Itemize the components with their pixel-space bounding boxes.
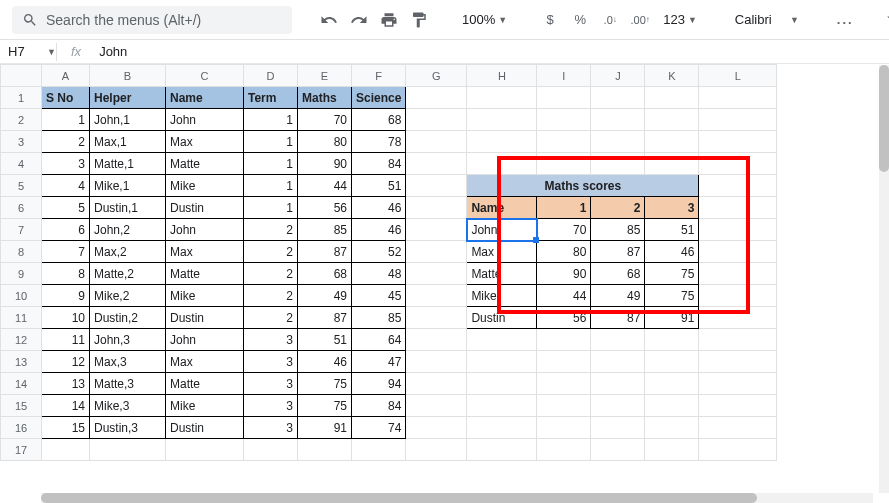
- cell-F4[interactable]: 84: [352, 153, 406, 175]
- cell-E6[interactable]: 56: [298, 197, 352, 219]
- cell-C12[interactable]: John: [166, 329, 244, 351]
- cell-J13[interactable]: [591, 351, 645, 373]
- cell-F11[interactable]: 85: [352, 307, 406, 329]
- cell-C11[interactable]: Dustin: [166, 307, 244, 329]
- cell-J3[interactable]: [591, 131, 645, 153]
- cell-L14[interactable]: [699, 373, 777, 395]
- row-header-7[interactable]: 7: [1, 219, 42, 241]
- col-header-H[interactable]: H: [467, 65, 537, 87]
- cell-L7[interactable]: [699, 219, 777, 241]
- cell-J9[interactable]: 68: [591, 263, 645, 285]
- row-header-12[interactable]: 12: [1, 329, 42, 351]
- cell-L9[interactable]: [699, 263, 777, 285]
- row-header-16[interactable]: 16: [1, 417, 42, 439]
- cell-C8[interactable]: Max: [166, 241, 244, 263]
- col-header-A[interactable]: A: [42, 65, 90, 87]
- cell-L15[interactable]: [699, 395, 777, 417]
- cell-I4[interactable]: [537, 153, 591, 175]
- cell-A12[interactable]: 11: [42, 329, 90, 351]
- cell-G7[interactable]: [406, 219, 467, 241]
- cell-J7[interactable]: 85: [591, 219, 645, 241]
- cell-C9[interactable]: Matte: [166, 263, 244, 285]
- cell-G9[interactable]: [406, 263, 467, 285]
- vertical-scrollbar[interactable]: [879, 65, 889, 493]
- cell-A10[interactable]: 9: [42, 285, 90, 307]
- more-tools-button[interactable]: ...: [831, 12, 860, 27]
- cell-J11[interactable]: 87: [591, 307, 645, 329]
- cell-F8[interactable]: 52: [352, 241, 406, 263]
- cell-A15[interactable]: 14: [42, 395, 90, 417]
- cell-I16[interactable]: [537, 417, 591, 439]
- row-header-5[interactable]: 5: [1, 175, 42, 197]
- cell-K8[interactable]: 46: [645, 241, 699, 263]
- zoom-select[interactable]: 100%▼: [456, 12, 513, 27]
- cell-D1[interactable]: Term: [244, 87, 298, 109]
- cell-H11[interactable]: Dustin: [467, 307, 537, 329]
- row-header-15[interactable]: 15: [1, 395, 42, 417]
- cell-A6[interactable]: 5: [42, 197, 90, 219]
- cell-D2[interactable]: 1: [244, 109, 298, 131]
- cell-I6[interactable]: 1: [537, 197, 591, 219]
- cell-L1[interactable]: [699, 87, 777, 109]
- cell-E13[interactable]: 46: [298, 351, 352, 373]
- cell-I8[interactable]: 80: [537, 241, 591, 263]
- cell-B16[interactable]: Dustin,3: [90, 417, 166, 439]
- cell-A2[interactable]: 1: [42, 109, 90, 131]
- cell-G2[interactable]: [406, 109, 467, 131]
- cell-F13[interactable]: 47: [352, 351, 406, 373]
- cell-K1[interactable]: [645, 87, 699, 109]
- cell-K4[interactable]: [645, 153, 699, 175]
- more-formats-button[interactable]: 123▼: [657, 12, 703, 27]
- cell-K9[interactable]: 75: [645, 263, 699, 285]
- col-header-E[interactable]: E: [298, 65, 352, 87]
- cell-F2[interactable]: 68: [352, 109, 406, 131]
- formula-input[interactable]: John: [95, 44, 127, 59]
- cell-H13[interactable]: [467, 351, 537, 373]
- cell-D15[interactable]: 3: [244, 395, 298, 417]
- row-header-14[interactable]: 14: [1, 373, 42, 395]
- cell-B11[interactable]: Dustin,2: [90, 307, 166, 329]
- cell-J6[interactable]: 2: [591, 197, 645, 219]
- cell-H9[interactable]: Matte: [467, 263, 537, 285]
- cell-J1[interactable]: [591, 87, 645, 109]
- cell-A4[interactable]: 3: [42, 153, 90, 175]
- cell-E16[interactable]: 91: [298, 417, 352, 439]
- cell-F17[interactable]: [352, 439, 406, 461]
- cell-K7[interactable]: 51: [645, 219, 699, 241]
- format-percent-button[interactable]: %: [567, 7, 593, 33]
- cell-J15[interactable]: [591, 395, 645, 417]
- cell-G3[interactable]: [406, 131, 467, 153]
- cell-B10[interactable]: Mike,2: [90, 285, 166, 307]
- cell-I12[interactable]: [537, 329, 591, 351]
- row-header-17[interactable]: 17: [1, 439, 42, 461]
- cell-L17[interactable]: [699, 439, 777, 461]
- cell-I13[interactable]: [537, 351, 591, 373]
- cell-E15[interactable]: 75: [298, 395, 352, 417]
- cell-H12[interactable]: [467, 329, 537, 351]
- row-header-10[interactable]: 10: [1, 285, 42, 307]
- cell-A16[interactable]: 15: [42, 417, 90, 439]
- cell-G11[interactable]: [406, 307, 467, 329]
- cell-H2[interactable]: [467, 109, 537, 131]
- cell-L13[interactable]: [699, 351, 777, 373]
- cell-F3[interactable]: 78: [352, 131, 406, 153]
- cell-H14[interactable]: [467, 373, 537, 395]
- row-header-1[interactable]: 1: [1, 87, 42, 109]
- cell-E2[interactable]: 70: [298, 109, 352, 131]
- cell-K12[interactable]: [645, 329, 699, 351]
- cell-L8[interactable]: [699, 241, 777, 263]
- cell-E10[interactable]: 49: [298, 285, 352, 307]
- cell-G16[interactable]: [406, 417, 467, 439]
- cell-G17[interactable]: [406, 439, 467, 461]
- cell-B8[interactable]: Max,2: [90, 241, 166, 263]
- cell-D12[interactable]: 3: [244, 329, 298, 351]
- cell-F10[interactable]: 45: [352, 285, 406, 307]
- cell-H6[interactable]: Name: [467, 197, 537, 219]
- cell-G5[interactable]: [406, 175, 467, 197]
- select-all-corner[interactable]: [1, 65, 42, 87]
- cell-E1[interactable]: Maths: [298, 87, 352, 109]
- row-header-8[interactable]: 8: [1, 241, 42, 263]
- cell-I7[interactable]: 70: [537, 219, 591, 241]
- cell-K17[interactable]: [645, 439, 699, 461]
- cell-H1[interactable]: [467, 87, 537, 109]
